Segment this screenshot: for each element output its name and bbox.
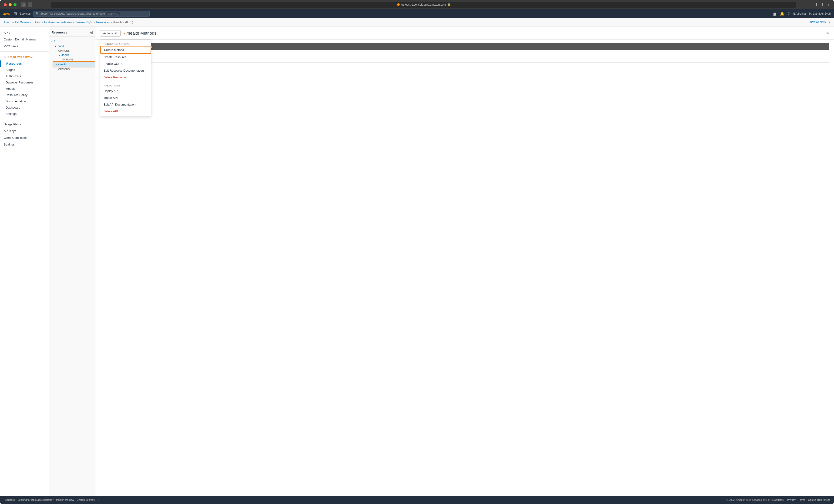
sidebar-item-custom-domain-names[interactable]: Custom Domain Names [0,36,49,43]
actions-button[interactable]: Actions ▼ [100,30,120,37]
sidebar-item-apis[interactable]: APIs [0,29,49,36]
help-icon[interactable]: ? [788,12,790,16]
sidebar-item-client-certificates[interactable]: Client Certificates [0,134,49,141]
footer-terms-link[interactable]: Terms [798,499,805,501]
breadcrumb-apis[interactable]: APIs [35,21,41,24]
api-name[interactable]: food-aws-serve... [10,55,32,59]
page-title-text: /health Methods [127,31,156,36]
resource-foods-group: ▼ /foods OPTIONS [52,52,95,61]
dropdown-divider [100,82,151,82]
dropdown-deploy-api[interactable]: Deploy API [100,88,151,94]
footer-copyright: © 2022, Amazon Web Services, Inc. or its… [726,499,784,501]
breadcrumb-sep-4: › [111,21,112,24]
breadcrumb-resources[interactable]: Resources [96,21,110,24]
services-nav-item[interactable]: Services [20,12,30,15]
breadcrumb-gateway[interactable]: Amazon API Gateway [4,21,31,24]
sidebar-item-documentation[interactable]: Documentation [0,98,49,105]
resource-health[interactable]: ▼ /health [52,61,95,67]
page-title: ● /health Methods [123,31,157,36]
resources-panel: Resources ◀ ▼ / ▼ /food OPTIONS ▼ [49,26,95,496]
share-icon[interactable]: ⬆ [821,2,824,7]
resource-foods[interactable]: ▼ /foods [56,52,95,58]
dropdown-edit-resource-doc[interactable]: Edit Resource Documentation [100,67,151,74]
resource-actions-label: RESOURCE ACTIONS [100,41,151,46]
methods-table: OPTIONS /health - Method Execution Autho… [100,43,829,63]
search-placeholder: Search for services, features, blogs, do… [40,12,105,15]
sidebar-item-models[interactable]: Models [0,86,49,92]
foods-arrow-icon: ▼ [58,54,61,56]
maximize-button[interactable] [14,3,17,6]
footer-right: © 2022, Amazon Web Services, Inc. or its… [726,499,830,501]
resource-root[interactable]: ▼ / [49,39,95,44]
sidebar-item-usage-plans[interactable]: Usage Plans [0,121,49,128]
resource-tree: ▼ / ▼ /food OPTIONS ▼ /foods OPTIONS [49,37,95,73]
sidebar-item-dashboard[interactable]: Dashboard [0,105,49,111]
footer-hint-text: Looking for language selection? Find it … [18,499,74,501]
help-circle-icon[interactable]: ? [829,20,830,24]
resource-foods-label: /foods [62,53,69,57]
sidebar-item-authorizers[interactable]: Authorizers [0,73,49,79]
sidebar-item-api-keys[interactable]: API Keys [0,128,49,134]
search-shortcut: [Option+S] [106,12,120,15]
show-hints-link[interactable]: Show all hints [808,20,826,24]
footer-feedback-link[interactable]: Feedback [4,499,15,501]
sidebar: APIs Custom Domain Names VPC Links API: … [0,26,49,496]
breadcrumb-sep-3: › [94,21,95,24]
api-actions-label: API ACTIONS [100,83,151,88]
traffic-lights [4,3,17,6]
bell-icon[interactable]: 🔔 [780,12,785,16]
close-button[interactable] [4,3,7,6]
footer-cookie-link[interactable]: Cookie preferences [808,499,830,501]
dropdown-enable-cors[interactable]: Enable CORS [100,61,151,67]
method-authorization-field: Authorization: None [103,52,826,56]
sidebar-api-label: API: food-aws-serve... [0,53,49,61]
new-tab-icon[interactable]: ＋ [827,2,830,7]
search-icon: 🔍 [35,12,39,15]
dropdown-create-resource[interactable]: Create Resource [100,54,151,61]
method-apikey-field: API Key Required: Not required [103,57,826,60]
search-bar[interactable]: 🔍 Search for services, features, blogs, … [33,11,150,17]
breadcrumb-current: /health (ck0dxq) [113,21,133,24]
url-text: us-east-1.console.aws.amazon.com [401,3,446,6]
user-menu[interactable]: M. Luthfi As Syafii [809,12,831,15]
edit-docs-icon[interactable]: ✎ [826,31,829,35]
sidebar-item-settings-api[interactable]: Settings [0,111,49,117]
main-layout: APIs Custom Domain Names VPC Links API: … [0,26,834,496]
region-selector[interactable]: N. Virginia [793,12,806,15]
back-icon[interactable]: ‹ [28,2,32,7]
health-dot-icon: ● [123,31,125,35]
dropdown-delete-api[interactable]: Delete API [100,108,151,115]
content-header-right: ✎ [826,31,829,36]
download-icon[interactable]: ⬇ [815,2,818,7]
footer-ext-link-icon: ↗ [97,499,100,501]
sidebar-item-resource-policy[interactable]: Resource Policy [0,92,49,98]
root-arrow-icon: ▼ [51,40,53,43]
dropdown-import-api[interactable]: Import API [100,94,151,101]
apps-grid-icon[interactable]: ⊞ [14,11,17,16]
resource-food-options: OPTIONS [52,49,95,52]
panel-collapse-icon[interactable]: ◀ [90,30,92,35]
sidebar-divider-2 [0,119,49,119]
resource-health-options: OPTIONS [52,67,95,71]
breadcrumb-api-name[interactable]: food-aws-serverless-api (6o7nxmk3g5) [44,21,92,24]
footer-privacy-link[interactable]: Privacy [787,499,796,501]
sidebar-item-resources[interactable]: Resources [0,61,49,67]
breadcrumb-sep-1: › [32,21,33,24]
methods-table-header: OPTIONS /health - Method Execution [100,43,829,50]
actions-button-label: Actions [103,31,113,35]
terminal-icon[interactable]: ▣ [773,12,776,16]
lock-icon: 🔒 [447,3,451,6]
footer-unified-settings-link[interactable]: Unified Settings [77,499,95,501]
address-bar: 🔶 us-east-1.console.aws.amazon.com 🔒 [51,2,796,8]
sidebar-item-settings[interactable]: Settings [0,141,49,148]
sidebar-toggle-icon[interactable]: ⊡ [21,2,26,7]
sidebar-item-stages[interactable]: Stages [0,67,49,73]
sidebar-item-vpc-links[interactable]: VPC Links [0,43,49,49]
sidebar-item-gateway-responses[interactable]: Gateway Responses [0,79,49,86]
dropdown-edit-api-doc[interactable]: Edit API Documentation [100,101,151,108]
dropdown-create-method[interactable]: Create Method [100,46,151,54]
minimize-button[interactable] [8,3,12,6]
resource-health-group: ▼ /health OPTIONS [49,61,95,71]
dropdown-delete-resource[interactable]: Delete Resource [100,74,151,81]
resource-food[interactable]: ▼ /food [52,44,95,49]
